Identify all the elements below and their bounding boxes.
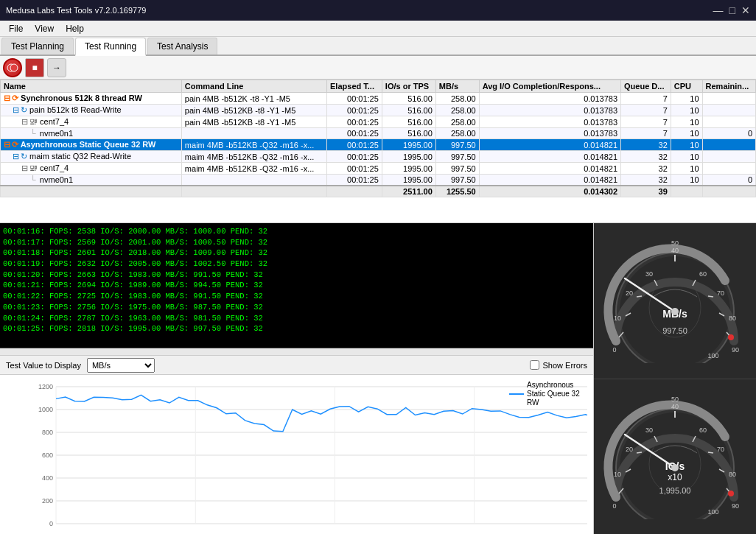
table-footer-row: 2511.00 1255.50 0.014302 39 [1,186,756,197]
svg-text:997.50: 997.50 [662,326,687,335]
footer-avgio: 0.014302 [479,186,620,197]
menu-view[interactable]: View [29,22,60,35]
run-button[interactable] [3,58,22,77]
export-button[interactable]: → [47,58,66,77]
table-row[interactable]: ⊟↻ pain b512k t8 Read-Write pain 4MB -b5… [1,105,756,116]
right-panel: 0 10 20 30 40 50 60 [594,223,756,534]
log-content: 00:01:16: FOPS: 2538 IO/S: 2000.00 MB/S:… [3,226,590,334]
cell-remain [702,139,755,151]
tab-test-running[interactable]: Test Running [75,38,146,56]
performance-chart: 02004006008001000120000:00:4500:01:0500:… [29,381,587,528]
minimize-button[interactable]: — [713,4,724,16]
tab-test-analysis[interactable]: Test Analysis [147,38,217,55]
cell-elapsed: 00:01:25 [327,163,382,175]
cell-cmd: pain 4MB -b512KB -t8 -Y1 -M5 [181,105,326,116]
stop-button[interactable]: ■ [25,58,44,77]
cell-queue: 7 [621,105,671,116]
svg-text:40: 40 [671,247,679,254]
cell-remain: 0 [702,175,755,186]
table-row[interactable]: ⊟⟳ Asynchronous Static Queue 32 RW maim … [1,139,756,151]
left-panel: 00:01:16: FOPS: 2538 IO/S: 2000.00 MB/S:… [0,223,594,534]
toolbar: ■ → [0,56,756,80]
cell-cmd: maim 4MB -b512KB -Q32 -m16 -x... [181,163,326,175]
log-line: 00:01:19: FOPS: 2632 IO/S: 2005.00 MB/S:… [3,259,590,270]
cell-name: ⊟⟳ Asynchronous Static Queue 32 RW [1,139,182,151]
table-row[interactable]: ⊟⟳ Synchronous 512k 8 thread RW pain 4MB… [1,93,756,105]
gauge-mbs: 0 10 20 30 40 50 60 [594,223,756,379]
col-avgio[interactable]: Avg I/O Completion/Respons... [479,80,620,93]
svg-text:90: 90 [732,346,739,354]
cell-avgio: 0.013783 [479,105,620,116]
cell-queue: 7 [621,128,671,139]
col-queue[interactable]: Queue D... [621,80,671,93]
col-elapsed[interactable]: Elapsed T... [327,80,382,93]
footer-elapsed [327,186,382,197]
cell-remain [702,105,755,116]
col-remain[interactable]: Remainin... [702,80,755,93]
cell-queue: 32 [621,151,671,163]
cell-elapsed: 00:01:25 [327,139,382,151]
svg-line-59 [637,452,642,453]
cell-mbs: 997.50 [435,175,479,186]
cell-avgio: 0.014821 [479,151,620,163]
menubar: File View Help [0,21,756,37]
menu-file[interactable]: File [3,22,29,35]
cell-cmd [181,128,326,139]
svg-text:0: 0 [612,346,616,354]
cell-iops: 1995.00 [382,163,435,175]
table-row[interactable]: └ nvme0n1 00:01:25 516.00 258.00 0.01378… [1,128,756,139]
cell-mbs: 258.00 [435,128,479,139]
table-row[interactable]: ⊟🖳 cent7_4 maim 4MB -b512KB -Q32 -m16 -x… [1,163,756,175]
svg-text:800: 800 [42,429,53,436]
cell-cpu: 10 [671,151,702,163]
table-row[interactable]: └ nvme0n1 00:01:25 1995.00 997.50 0.0148… [1,175,756,186]
col-mbs[interactable]: MB/s [435,80,479,93]
svg-text:1200: 1200 [38,383,53,390]
log-line: 00:01:25: FOPS: 2818 IO/S: 1995.00 MB/S:… [3,323,590,334]
col-name[interactable]: Name [1,80,182,93]
svg-text:60: 60 [699,270,707,278]
maximize-button[interactable]: □ [729,4,735,16]
cell-elapsed: 00:01:25 [327,105,382,116]
cell-cpu: 10 [671,175,702,186]
tab-test-planning[interactable]: Test Planning [1,38,74,55]
menu-help[interactable]: Help [60,22,90,35]
gauge-mbs-svg: 0 10 20 30 40 50 60 [601,238,749,363]
svg-text:50: 50 [671,396,679,403]
cell-cmd [181,175,326,186]
svg-text:10: 10 [614,471,621,478]
cell-avgio: 0.013783 [479,116,620,128]
gauge-ios: 0 10 20 30 40 50 60 70 80 [594,379,756,535]
cell-cpu: 10 [671,163,702,175]
col-cmdline[interactable]: Command Line [181,80,326,93]
col-iops[interactable]: IO/s or TPS [382,80,435,93]
cell-queue: 32 [621,139,671,151]
cell-cmd: pain 4MB -b512K -t8 -Y1 -M5 [181,93,326,105]
test-table: Name Command Line Elapsed T... IO/s or T… [0,80,756,197]
cell-avgio: 0.013783 [479,93,620,105]
svg-point-79 [728,491,734,496]
log-area[interactable]: 00:01:16: FOPS: 2538 IO/S: 2000.00 MB/S:… [0,223,593,348]
cell-name: ⊟🖳 cent7_4 [1,163,182,175]
show-errors-checkbox[interactable] [530,360,539,370]
cell-queue: 7 [621,116,671,128]
cell-queue: 32 [621,175,671,186]
log-scrollbar[interactable] [0,348,593,356]
table-row[interactable]: ⊟↻ maim static Q32 Read-Write maim 4MB -… [1,151,756,163]
close-button[interactable]: ✕ [741,4,750,16]
cell-name: ⊟↻ maim static Q32 Read-Write [1,151,182,163]
cell-iops: 1995.00 [382,139,435,151]
svg-text:30: 30 [645,270,653,278]
svg-text:50: 50 [671,239,679,247]
svg-text:100: 100 [707,352,718,359]
test-value-select[interactable]: MB/s IO/s CPU Queue Depth [87,358,155,373]
col-cpu[interactable]: CPU [671,80,702,93]
cell-iops: 516.00 [382,128,435,139]
log-line: 00:01:16: FOPS: 2538 IO/S: 2000.00 MB/S:… [3,226,590,237]
svg-text:x10: x10 [668,472,682,482]
table-row[interactable]: ⊟🖳 cent7_4 pain 4MB -b512KB -t8 -Y1 -M5 … [1,116,756,128]
cell-remain [702,116,755,128]
footer-mbs: 1255.50 [435,186,479,197]
cell-iops: 1995.00 [382,151,435,163]
test-table-area[interactable]: Name Command Line Elapsed T... IO/s or T… [0,80,756,223]
